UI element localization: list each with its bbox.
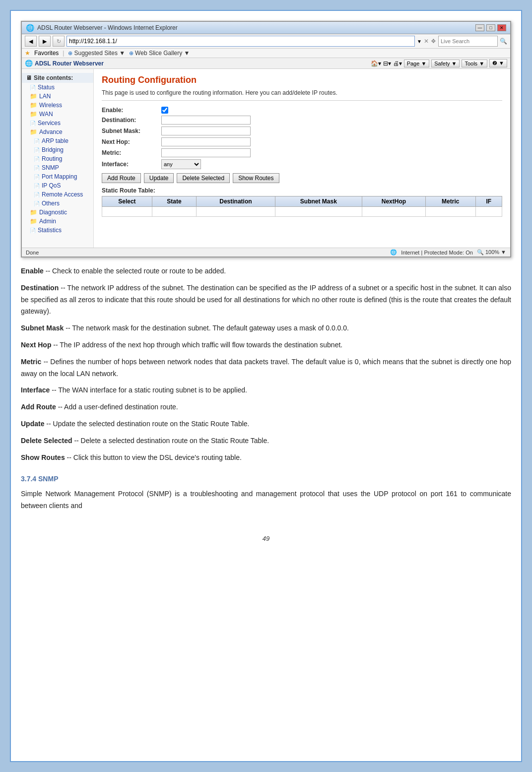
- page-menu[interactable]: Page ▼: [404, 60, 430, 67]
- refresh-button[interactable]: ↻: [53, 36, 65, 47]
- sidebar-item-snmp[interactable]: 📄 SNMP: [22, 163, 93, 172]
- help-menu[interactable]: ❷ ▼: [489, 59, 507, 67]
- folder-icon: 📁: [30, 129, 37, 135]
- page-icon: 📄: [34, 147, 40, 153]
- sidebar-item-advance[interactable]: 📁 Advance: [22, 128, 93, 136]
- doc-para-enable: Enable -- Check to enable the selected r…: [21, 265, 511, 277]
- table-row: [102, 207, 502, 217]
- address-bar[interactable]: [66, 36, 415, 47]
- safety-menu[interactable]: Safety ▼: [431, 60, 460, 67]
- search-input[interactable]: [438, 36, 498, 47]
- page-icon: 📄: [34, 183, 40, 189]
- browser-window: 🌐 ADSL Router Webserver - Windows Intern…: [21, 21, 511, 257]
- statusbar-done: Done: [26, 250, 39, 256]
- doc-para-subnet: Subnet Mask -- The network mask for the …: [21, 322, 511, 334]
- desc-metric: -- Defines the number of hops between ne…: [21, 358, 511, 378]
- doc-para-metric: Metric -- Defines the number of hops bet…: [21, 356, 511, 380]
- sidebar-item-lan[interactable]: 📁 LAN: [22, 92, 93, 101]
- sidebar-item-diagnostic[interactable]: 📁 Diagnostic: [22, 208, 93, 217]
- desc-delete-selected: -- Delete a selected destination route o…: [74, 437, 269, 445]
- sidebar-item-wan[interactable]: 📁 WAN: [22, 110, 93, 119]
- tools-menu[interactable]: Tools ▼: [462, 60, 487, 67]
- enable-row: Enable:: [102, 107, 502, 114]
- page-number: 49: [21, 535, 511, 542]
- term-delete-selected: Delete Selected: [21, 437, 72, 445]
- back-button[interactable]: ◀: [25, 36, 37, 47]
- sidebar-item-statistics[interactable]: 📄 Statistics: [22, 226, 93, 235]
- sidebar-item-bridging[interactable]: 📄 Bridging: [22, 145, 93, 154]
- page-icon: 📄: [30, 121, 36, 126]
- maximize-button[interactable]: □: [486, 24, 495, 31]
- sidebar-item-arp[interactable]: 📄 ARP table: [22, 136, 93, 145]
- sidebar-item-services[interactable]: 📄 Services: [22, 119, 93, 128]
- static-route-table-label: Static Route Table:: [102, 187, 502, 194]
- browser-content: 🖥 Site contents: 📄 Status 📁 LAN 📁 Wirele…: [22, 69, 510, 248]
- browser-title: ADSL Router Webserver - Windows Internet…: [37, 24, 178, 31]
- term-next-hop: Next Hop: [21, 341, 51, 349]
- col-destination: Destination: [197, 196, 275, 207]
- search-icon[interactable]: 🔍: [500, 38, 507, 45]
- destination-input[interactable]: [161, 116, 251, 125]
- sidebar-item-admin[interactable]: 📁 Admin: [22, 217, 93, 226]
- folder-icon: 📁: [30, 111, 37, 118]
- show-routes-button[interactable]: Show Routes: [233, 173, 279, 183]
- sidebar-item-remote-access[interactable]: 📄 Remote Access: [22, 190, 93, 199]
- ie-logo-icon: 🌐: [26, 24, 34, 32]
- suggested-sites-link[interactable]: ⊕ Suggested Sites ▼: [68, 50, 125, 57]
- destination-row: Destination:: [102, 116, 502, 125]
- dropdown-arrow-icon: ▼: [417, 39, 422, 44]
- web-slice-gallery-link[interactable]: ⊕ Web Slice Gallery ▼: [129, 50, 190, 57]
- update-button[interactable]: Update: [144, 173, 174, 183]
- sidebar-item-wireless[interactable]: 📁 Wireless: [22, 101, 93, 110]
- routing-title: Routing Configuration: [102, 75, 502, 85]
- close-button[interactable]: ✕: [497, 24, 506, 31]
- forward-button[interactable]: ▶: [39, 36, 51, 47]
- adsl-icon: 🌐: [25, 60, 33, 67]
- next-hop-input[interactable]: [161, 137, 251, 146]
- minimize-button[interactable]: —: [475, 24, 484, 31]
- statusbar-zoom: 🔍 100% ▼: [477, 249, 506, 256]
- menubar-right: 🏠▾ ⊟▾ 🖨▾ Page ▼ Safety ▼ Tools ▼ ❷ ▼: [371, 59, 507, 67]
- home-icon[interactable]: 🏠▾: [371, 60, 381, 67]
- browser-titlebar: 🌐 ADSL Router Webserver - Windows Intern…: [22, 22, 510, 34]
- term-enable: Enable: [21, 267, 44, 275]
- enable-checkbox[interactable]: [161, 107, 168, 114]
- cell-metric: [425, 207, 475, 217]
- statusbar-protected: Internet | Protected Mode: On: [401, 250, 473, 256]
- desc-destination: -- The network IP address of the subnet.…: [21, 284, 511, 316]
- sidebar-title: Site contents:: [34, 74, 73, 81]
- adsl-link[interactable]: ADSL Router Webserver: [35, 60, 104, 67]
- subnet-mask-input[interactable]: [161, 127, 251, 135]
- suggested-sites-label: Suggested Sites ▼: [74, 50, 125, 57]
- favorites-bar: ★ Favorites | ⊕ Suggested Sites ▼ ⊕ Web …: [22, 49, 510, 58]
- cell-nexthop: [362, 207, 426, 217]
- action-buttons: Add Route Update Delete Selected Show Ro…: [102, 173, 502, 183]
- metric-label: Metric:: [102, 149, 161, 156]
- sidebar-item-ip-qos[interactable]: 📄 IP QoS: [22, 181, 93, 190]
- sidebar-item-others[interactable]: 📄 Others: [22, 199, 93, 208]
- interface-select[interactable]: any: [161, 159, 201, 169]
- titlebar-buttons: — □ ✕: [475, 24, 506, 31]
- titlebar-left: 🌐 ADSL Router Webserver - Windows Intern…: [26, 24, 178, 32]
- web-slice-label: Web Slice Gallery ▼: [135, 50, 190, 57]
- cell-state: [152, 207, 196, 217]
- doc-para-add-route: Add Route -- Add a user-defined destinat…: [21, 401, 511, 413]
- sidebar-item-port-mapping[interactable]: 📄 Port Mapping: [22, 172, 93, 181]
- folder-icon: 📁: [30, 93, 37, 100]
- col-if: IF: [475, 196, 502, 207]
- doc-para-show-routes: Show Routes -- Click this button to view…: [21, 452, 511, 464]
- cell-subnet: [275, 207, 362, 217]
- page-icon: 📄: [34, 165, 40, 171]
- col-subnet-mask: Subnet Mask: [275, 196, 362, 207]
- add-route-button[interactable]: Add Route: [102, 173, 141, 183]
- delete-selected-button[interactable]: Delete Selected: [177, 173, 230, 183]
- metric-input[interactable]: [161, 148, 251, 157]
- sidebar-item-status[interactable]: 📄 Status: [22, 83, 93, 92]
- page-icon: 📄: [30, 85, 36, 90]
- printer-icon: 🖨▾: [393, 60, 402, 67]
- page-icon: 📄: [34, 174, 40, 180]
- sidebar-item-routing[interactable]: 📄 Routing: [22, 154, 93, 163]
- protected-mode-icon: 🌐: [390, 249, 397, 256]
- next-hop-label: Next Hop:: [102, 138, 161, 145]
- doc-para-destination: Destination -- The network IP address of…: [21, 282, 511, 318]
